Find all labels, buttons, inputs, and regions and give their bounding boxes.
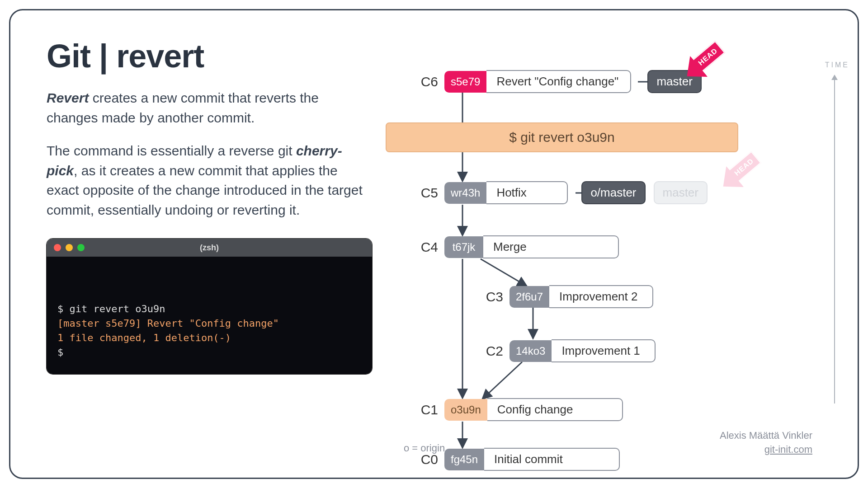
commit-c3-msg: Improvement 2 [549,285,653,308]
git-graph: C6 s5e79 Revert "Config change" master H… [404,60,838,462]
commit-c2-hash: 14ko3 [509,340,552,362]
terminal-prompt: $ [57,345,361,360]
commit-c1-label: C1 [409,402,438,418]
credit-site: git-init.com [720,443,812,457]
time-axis-arrow-icon [831,75,838,80]
commit-c2: C2 14ko3 Improvement 1 [474,339,656,362]
commit-c4-hash: t67jk [444,236,483,258]
slide-frame: Git | revert Revert creates a new commit… [9,9,859,479]
terminal-titlebar: (zsh) [47,239,372,257]
terminal-window: (zsh) $ git revert o3u9n [master s5e79] … [47,239,372,374]
svg-line-4 [481,259,527,286]
commit-c6-label: C6 [409,74,438,89]
commit-c1-hash: o3u9n [444,399,487,421]
commit-c2-label: C2 [474,343,503,359]
commit-c3: C3 2f6u7 Improvement 2 [474,285,653,308]
commit-c2-msg: Improvement 1 [552,339,656,362]
origin-legend: o = origin [404,442,445,454]
terminal-shell-name: (zsh) [47,243,372,253]
head-pointer-ghost-icon: HEAD [727,151,761,183]
commit-c6: C6 s5e79 Revert "Config change" master [409,70,702,93]
commit-c3-hash: 2f6u7 [509,286,549,308]
commit-c6-hash: s5e79 [444,71,486,93]
terminal-output-2: 1 file changed, 1 deletion(-) [57,331,361,345]
commit-c4-label: C4 [409,239,438,255]
time-axis-label: TIME [825,61,849,69]
commit-c5-label: C5 [409,185,438,201]
commit-c0-hash: fg45n [444,449,484,470]
revert-keyword: Revert [47,90,89,105]
ghost-master-tag: master [654,181,708,204]
commit-c0-msg: Initial commit [484,448,620,471]
credit-block: Alexis Määttä Vinkler git-init.com [720,429,812,457]
paragraph-2: The command is essentially a reverse git… [47,141,372,220]
paragraph-1: Revert creates a new commit that reverts… [47,88,372,127]
credit-name: Alexis Määttä Vinkler [720,429,812,443]
terminal-body: $ git revert o3u9n [master s5e79] Revert… [47,257,372,374]
commit-c4: C4 t67jk Merge [409,235,619,258]
p2-pre: The command is essentially a reverse git [47,143,296,158]
commit-c1-msg: Config change [487,398,623,421]
commit-c6-msg: Revert "Config change" [486,70,631,93]
commit-c5: C5 wr43h Hotfix o/master master [409,181,708,204]
remote-master-tag: o/master [581,181,645,204]
commit-c5-hash: wr43h [444,182,486,204]
terminal-output-1: [master s5e79] Revert "Config change" [57,316,361,331]
commit-c3-label: C3 [474,289,503,305]
commit-c4-msg: Merge [483,235,619,258]
p2-rest: , as it creates a new commit that applie… [47,163,363,217]
command-bar: $ git revert o3u9n [386,122,738,152]
time-axis-line [834,78,835,404]
commit-c5-msg: Hotfix [486,181,568,204]
terminal-command: $ git revert o3u9n [57,302,361,316]
commit-c1: C1 o3u9n Config change [409,398,623,421]
svg-line-6 [482,362,522,399]
